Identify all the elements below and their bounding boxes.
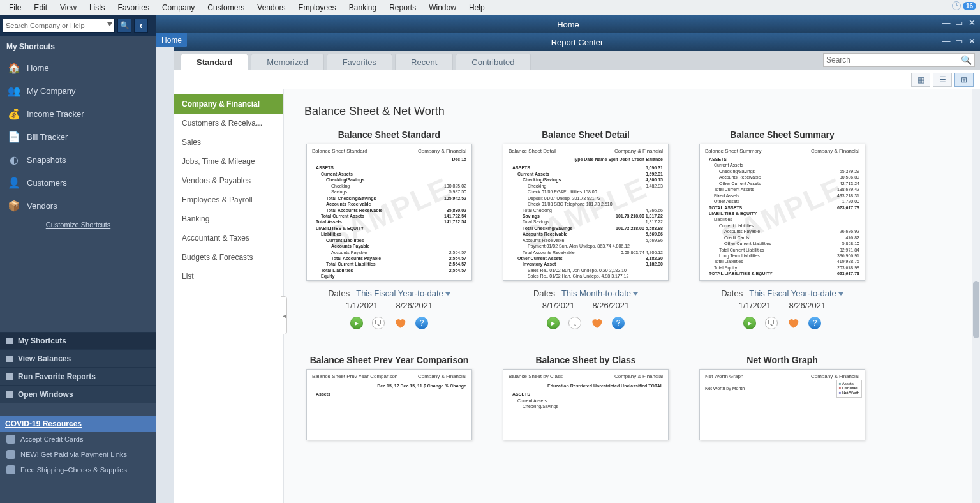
report-thumbnail[interactable]: Balance Sheet StandardCompany & Financia… — [306, 144, 472, 281]
category-4[interactable]: Vendors & Payables — [174, 171, 283, 190]
covid-resources-header[interactable]: COVID-19 Resources — [0, 416, 156, 432]
date-range-row: Dates This Month-to-date — [500, 289, 672, 298]
search-dropdown-icon[interactable] — [107, 22, 112, 26]
date-range-dropdown[interactable]: This Fiscal Year-to-date — [356, 289, 450, 298]
report-info-button[interactable]: 🗨 — [765, 317, 778, 329]
date-range-dropdown[interactable]: This Fiscal Year-to-date — [749, 289, 843, 298]
sidebar-item-2[interactable]: 💰 Income Tracker — [0, 102, 156, 125]
rc-close-button[interactable]: ✕ — [967, 36, 976, 45]
category-7[interactable]: Accountant & Taxes — [174, 229, 283, 248]
menubar: File Edit View Lists Favorites Company C… — [0, 0, 980, 15]
menu-window[interactable]: Window — [422, 2, 463, 13]
search-company-box[interactable]: Search Company or Help — [3, 19, 115, 33]
collapse-sidebar-button[interactable]: ‹ — [134, 19, 148, 33]
home-minimize-button[interactable]: — — [942, 18, 951, 27]
report-thumbnail[interactable]: Balance Sheet DetailCompany & Financial … — [503, 144, 669, 281]
menu-company[interactable]: Company — [156, 2, 201, 13]
customize-shortcuts-link[interactable]: Customize Shortcuts — [0, 217, 156, 236]
panel-open-windows[interactable]: Open Windows — [0, 386, 156, 403]
view-grid-button[interactable]: ⊞ — [954, 73, 974, 87]
menu-employees[interactable]: Employees — [292, 2, 342, 13]
report-center-main: Company & FinancialCustomers & Receiva..… — [174, 89, 980, 503]
report-help-button[interactable]: ? — [808, 317, 821, 329]
reports-grid[interactable]: Balance Sheet & Net Worth Balance Sheet … — [284, 89, 980, 503]
home-maximize-button[interactable]: ▭ — [954, 18, 963, 27]
run-report-button[interactable]: ▸ — [350, 317, 363, 329]
sidebar-item-1[interactable]: 👥 My Company — [0, 79, 156, 102]
report-help-button[interactable]: ? — [415, 317, 428, 329]
rc-minimize-button[interactable]: — — [942, 36, 951, 45]
search-icon[interactable]: 🔍 — [961, 55, 972, 65]
favorite-button[interactable] — [394, 317, 406, 329]
report-thumbnail[interactable]: Balance Sheet SummaryCompany & Financial… — [699, 144, 865, 281]
panel-view-balances[interactable]: View Balances — [0, 350, 156, 368]
menu-customers[interactable]: Customers — [201, 2, 251, 13]
rc-maximize-button[interactable]: ▭ — [954, 36, 963, 45]
sidebar-item-6[interactable]: 📦 Vendors — [0, 194, 156, 217]
report-help-button[interactable]: ? — [612, 317, 625, 329]
view-carousel-button[interactable]: ▦ — [911, 73, 930, 87]
home-close-button[interactable]: ✕ — [967, 18, 976, 27]
favorite-button[interactable] — [590, 317, 603, 329]
home-tab[interactable]: Home — [156, 33, 187, 47]
tab-recent[interactable]: Recent — [395, 54, 453, 70]
menu-help[interactable]: Help — [463, 2, 491, 13]
resource-accept-cards[interactable]: Accept Credit Cards — [0, 432, 156, 447]
category-9[interactable]: List — [174, 267, 283, 286]
sidebar-icon-6: 📦 — [8, 199, 20, 212]
tab-memorized[interactable]: Memorized — [251, 54, 323, 70]
sidebar-item-4[interactable]: ◐ Snapshots — [0, 148, 156, 171]
panel-run-favorite-reports[interactable]: Run Favorite Reports — [0, 368, 156, 386]
tab-standard[interactable]: Standard — [181, 54, 248, 70]
favorite-button[interactable] — [787, 317, 799, 329]
scrollbar-thumb[interactable] — [973, 281, 979, 338]
category-list: Company & FinancialCustomers & Receiva..… — [174, 89, 284, 503]
menu-view[interactable]: View — [54, 2, 83, 13]
category-0[interactable]: Company & Financial — [174, 94, 283, 114]
menu-favorites[interactable]: Favorites — [112, 2, 156, 13]
search-button[interactable]: 🔍 — [117, 19, 131, 33]
tab-contributed[interactable]: Contributed — [456, 54, 530, 70]
category-1[interactable]: Customers & Receiva... — [174, 114, 283, 133]
card-action-row: ▸ 🗨 ? — [500, 317, 672, 329]
category-collapse-handle[interactable]: ◂ — [281, 296, 287, 334]
tab-favorites[interactable]: Favorites — [327, 54, 392, 70]
sidebar-label-3: Bill Tracker — [27, 132, 68, 142]
link-icon — [6, 450, 15, 459]
notification-count[interactable]: 16 — [963, 2, 976, 10]
report-info-button[interactable]: 🗨 — [568, 317, 581, 329]
panel-my-shortcuts[interactable]: My Shortcuts — [0, 332, 156, 350]
menu-edit[interactable]: Edit — [27, 2, 54, 13]
report-search-box[interactable]: 🔍 — [823, 53, 975, 67]
menu-reports[interactable]: Reports — [383, 2, 422, 13]
date-range-dropdown[interactable]: This Month-to-date — [561, 289, 638, 298]
reminders-icon[interactable] — [952, 1, 961, 10]
category-2[interactable]: Sales — [174, 133, 283, 152]
category-3[interactable]: Jobs, Time & Mileage — [174, 152, 283, 171]
sidebar-item-3[interactable]: 📄 Bill Tracker — [0, 125, 156, 148]
report-thumbnail[interactable]: Balance Sheet Prev Year ComparisonCompan… — [306, 369, 472, 440]
category-5[interactable]: Employees & Payroll — [174, 190, 283, 209]
category-6[interactable]: Banking — [174, 209, 283, 229]
report-info-button[interactable]: 🗨 — [372, 317, 385, 329]
menu-file[interactable]: File — [3, 2, 27, 13]
run-report-button[interactable]: ▸ — [547, 317, 560, 329]
resource-payment-links[interactable]: NEW! Get Paid via Payment Links — [0, 447, 156, 462]
sidebar-item-0[interactable]: 🏠 Home — [0, 56, 156, 79]
report-search-input[interactable] — [826, 56, 961, 64]
view-list-button[interactable]: ☰ — [933, 73, 952, 87]
sidebar-icon-1: 👥 — [8, 84, 20, 97]
run-report-button[interactable]: ▸ — [743, 317, 756, 329]
report-thumbnail[interactable]: Net Worth GraphCompany & Financial Net W… — [699, 369, 865, 440]
sidebar-item-5[interactable]: 👤 Customers — [0, 171, 156, 194]
menu-vendors[interactable]: Vendors — [251, 2, 292, 13]
category-8[interactable]: Budgets & Forecasts — [174, 248, 283, 267]
report-thumbnail[interactable]: Balance Sheet by ClassCompany & Financia… — [503, 369, 669, 440]
menu-banking[interactable]: Banking — [343, 2, 383, 13]
menu-lists[interactable]: Lists — [83, 2, 112, 13]
resource-free-shipping[interactable]: Free Shipping–Checks & Supplies — [0, 462, 156, 477]
sidebar-icon-2: 💰 — [8, 107, 20, 120]
vertical-scrollbar[interactable] — [972, 89, 980, 503]
report-card-b0: Balance Sheet Prev Year Comparison Balan… — [303, 355, 475, 448]
report-center-body: Standard Memorized Favorites Recent Cont… — [174, 51, 980, 503]
